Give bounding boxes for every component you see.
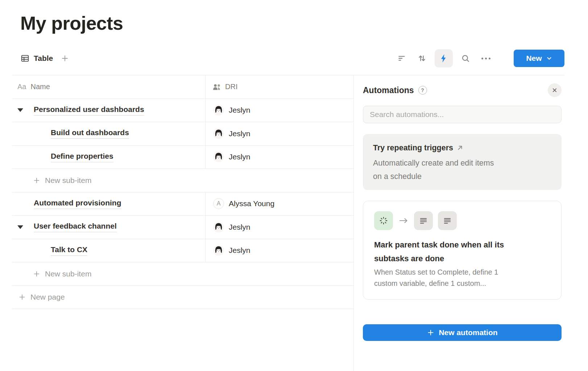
more-options-button[interactable]: [478, 51, 493, 66]
dri-cell[interactable]: Jeslyn: [205, 216, 353, 239]
dri-person-name: Jeslyn: [229, 223, 250, 232]
ellipsis-icon: [481, 58, 490, 59]
triangle-down-icon: [17, 225, 23, 229]
plus-icon: [33, 176, 41, 184]
lightning-bolt-icon: [439, 53, 449, 63]
dri-person-name: Jeslyn: [229, 106, 250, 114]
table-row: Build out dashboards Jeslyn: [12, 122, 353, 146]
new-sub-item-label: New sub-item: [45, 270, 91, 278]
new-button-label: New: [526, 54, 542, 63]
column-header-dri[interactable]: DRI: [205, 75, 353, 99]
filter-icon: [397, 54, 406, 63]
page-link[interactable]: Automated provisioning: [34, 199, 121, 209]
avatar-jeslyn: [213, 222, 224, 233]
panel-title: Automations: [363, 86, 414, 95]
name-cell: Build out dashboards: [12, 122, 205, 145]
avatar-jeslyn: [213, 128, 224, 139]
tab-table-label: Table: [34, 54, 53, 63]
avatar-initial: A: [213, 198, 224, 209]
new-page-label: New page: [30, 293, 65, 301]
projects-table: Aa Name DRI Personalized user d: [12, 75, 353, 309]
new-button[interactable]: New: [514, 50, 564, 67]
dri-person-name: Jeslyn: [229, 129, 250, 138]
collapse-toggle[interactable]: [16, 106, 25, 114]
table-row: Automated provisioning A Alyssa Young: [12, 192, 353, 216]
new-sub-item-row[interactable]: New sub-item: [12, 262, 353, 286]
dri-cell[interactable]: A Alyssa Young: [205, 192, 353, 216]
avatar-jeslyn: [213, 151, 224, 162]
table-row: Talk to CX Jeslyn: [12, 239, 353, 263]
collapse-toggle[interactable]: [16, 223, 25, 232]
help-icon[interactable]: ?: [418, 86, 427, 95]
arrow-right-icon: [398, 216, 409, 225]
automation-card[interactable]: Mark parent task done when all its subta…: [363, 201, 562, 300]
edit-property-icon: [414, 211, 433, 230]
panel-header: Automations ?: [363, 82, 562, 99]
dri-cell[interactable]: Jeslyn: [205, 122, 353, 145]
text-type-icon: Aa: [17, 83, 26, 91]
view-toolbar: Table: [20, 49, 564, 68]
plus-icon: [61, 54, 69, 63]
promo-title: Try repeating triggers: [373, 141, 453, 155]
table-header-row: Aa Name DRI: [12, 75, 353, 99]
dri-person-name: Alyssa Young: [229, 199, 274, 208]
people-icon: [212, 83, 221, 91]
trigger-status-icon: [374, 211, 393, 230]
avatar-jeslyn: [213, 105, 224, 116]
triangle-down-icon: [17, 108, 23, 112]
search-automations-input[interactable]: [363, 106, 562, 123]
column-header-name[interactable]: Aa Name: [12, 75, 205, 99]
avatar-jeslyn: [213, 245, 224, 256]
plus-icon: [427, 329, 435, 337]
new-sub-item-row[interactable]: New sub-item: [12, 169, 353, 192]
add-view-button[interactable]: [57, 51, 73, 66]
page-title[interactable]: My projects: [20, 12, 123, 34]
edit-property-icon: [438, 211, 457, 230]
table-icon: [20, 54, 30, 63]
name-cell: Define properties: [12, 146, 205, 169]
sort-icon: [417, 54, 427, 63]
new-automation-label: New automation: [439, 328, 497, 337]
automations-button-active[interactable]: [435, 49, 453, 67]
search-icon: [461, 54, 470, 63]
filter-button[interactable]: [394, 51, 409, 66]
table-row: Personalized user dashboards Jeslyn: [12, 99, 353, 122]
page-link[interactable]: Build out dashboards: [51, 128, 129, 139]
dri-cell[interactable]: Jeslyn: [205, 99, 353, 122]
page-link[interactable]: Define properties: [51, 152, 113, 162]
repeating-triggers-promo-card[interactable]: Try repeating triggers Automatically cre…: [363, 134, 562, 190]
automations-panel: Automations ? Try repeating triggers: [354, 75, 588, 371]
arrow-up-right-icon: [457, 145, 463, 151]
page-link[interactable]: User feedback channel: [34, 222, 117, 232]
toolbar-actions: New: [394, 49, 564, 67]
automation-icons: [374, 211, 550, 230]
page-link[interactable]: Talk to CX: [51, 245, 87, 256]
sort-button[interactable]: [414, 51, 430, 66]
page-link[interactable]: Personalized user dashboards: [34, 105, 144, 116]
close-icon: [551, 87, 558, 94]
column-header-name-label: Name: [30, 83, 50, 91]
new-sub-item-label: New sub-item: [45, 176, 91, 185]
name-cell: User feedback channel: [12, 216, 205, 239]
promo-description: Automatically create and edit items on a…: [373, 157, 551, 183]
chevron-down-icon[interactable]: [546, 55, 552, 61]
dri-cell[interactable]: Jeslyn: [205, 239, 353, 262]
tab-table[interactable]: Table: [20, 54, 53, 63]
name-cell: Talk to CX: [12, 239, 205, 262]
automation-title: Mark parent task done when all its subta…: [374, 238, 550, 266]
name-cell: Automated provisioning: [12, 192, 205, 216]
search-button[interactable]: [458, 51, 473, 66]
dri-person-name: Jeslyn: [229, 246, 250, 255]
table-row: User feedback channel Jeslyn: [12, 216, 353, 239]
column-header-dri-label: DRI: [225, 83, 237, 91]
close-panel-button[interactable]: [548, 83, 562, 97]
name-cell: Personalized user dashboards: [12, 99, 205, 122]
table-row: Define properties Jeslyn: [12, 146, 353, 169]
dri-cell[interactable]: Jeslyn: [205, 146, 353, 169]
new-automation-button[interactable]: New automation: [363, 324, 562, 341]
new-page-row[interactable]: New page: [12, 286, 353, 309]
plus-icon: [18, 293, 26, 301]
dri-person-name: Jeslyn: [229, 153, 250, 161]
plus-icon: [33, 270, 41, 278]
automation-description: When Status set to Complete, define 1 cu…: [374, 267, 550, 289]
